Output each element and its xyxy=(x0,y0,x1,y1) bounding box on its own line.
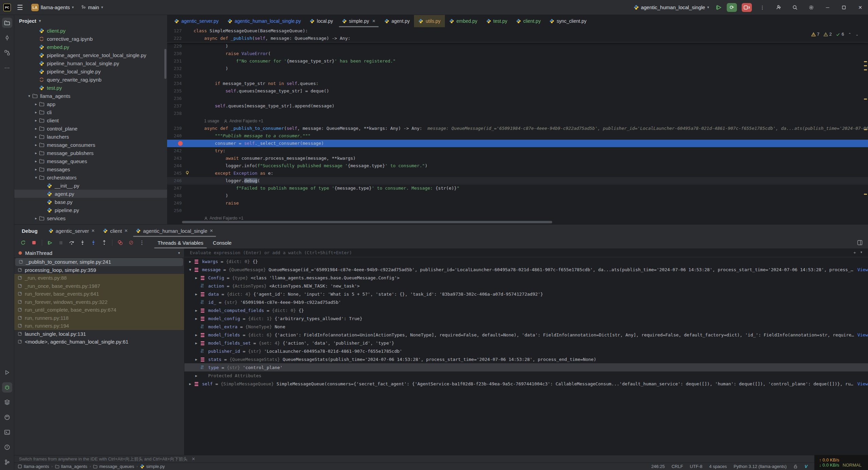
version-control-tool-icon[interactable] xyxy=(2,457,12,467)
add-user-icon[interactable] xyxy=(773,2,784,13)
close-button[interactable]: ✕ xyxy=(854,2,866,13)
tree-item-llama_agents[interactable]: ▾llama_agents xyxy=(14,92,167,100)
tree-item-embed.py[interactable]: embed.py xyxy=(14,43,167,51)
tree-item-test.py[interactable]: test.py xyxy=(14,84,167,92)
horizontal-scrollbar[interactable] xyxy=(182,221,552,223)
variable-row-kwargs[interactable]: ▶kwargs = {dict: 0} {} xyxy=(184,257,868,265)
tree-item-__init__.py[interactable]: __init__.py xyxy=(14,181,167,190)
line-number[interactable]: 233 xyxy=(174,72,182,80)
code-line-240[interactable]: 240 """Publish message to a consumer.""" xyxy=(167,132,868,140)
terminal-tool-icon[interactable] xyxy=(2,427,12,437)
tree-item-pipeline_human_local_single.py[interactable]: pipeline_human_local_single.py xyxy=(14,59,167,67)
chevron-right-icon[interactable]: ▸ xyxy=(33,110,39,115)
settings-gear-icon[interactable] xyxy=(806,2,817,13)
step-over-icon[interactable] xyxy=(67,238,76,247)
frame-item[interactable]: _publish_to_consumer, simple.py:241 xyxy=(15,258,183,266)
chevron-right-icon[interactable]: ▶ xyxy=(195,292,201,296)
variable-row-data[interactable]: ▶data = {dict: 4} {'agent_id': None, 'in… xyxy=(184,290,868,298)
view-link[interactable]: View xyxy=(857,267,868,272)
debug-view-tab-Threads & Variables[interactable]: Threads & Variables xyxy=(153,237,208,248)
tree-item-client.py[interactable]: client.py xyxy=(14,27,167,35)
tree-item-messages[interactable]: ▸messages xyxy=(14,165,167,173)
author-hint[interactable]: Andrei Fajardo +1 xyxy=(229,117,263,125)
next-problem-icon[interactable]: ⌃ xyxy=(855,31,858,38)
frame-item[interactable]: processing_loop, simple.py:359 xyxy=(14,266,184,274)
line-number[interactable]: 231 xyxy=(174,57,182,65)
line-ending[interactable]: CRLF xyxy=(671,464,683,469)
more-actions-icon[interactable]: ⋮ xyxy=(757,2,768,13)
variable-row-model_computed_fields[interactable]: ▶model_computed_fields = {dict: 0} {} xyxy=(184,306,868,314)
tree-item-message_publishers[interactable]: ▸message_publishers xyxy=(14,149,167,157)
watch-input[interactable]: Evaluate expression (Enter) or add a wat… xyxy=(184,248,868,257)
code-line-247[interactable]: 247 f"Failed to publish message of type … xyxy=(167,185,868,192)
debug-more-icon[interactable]: ⋮ xyxy=(137,238,147,247)
line-number[interactable]: 244 xyxy=(174,162,182,170)
line-number[interactable]: 247 xyxy=(174,185,182,192)
tree-item-base.py[interactable]: base.py xyxy=(14,198,167,206)
variable-row-stats[interactable]: ▶stats = {QueueMessageStats} QueueMessag… xyxy=(184,355,868,363)
chevron-right-icon[interactable]: ▶ xyxy=(189,260,195,263)
code-line-242[interactable]: 242 try: xyxy=(167,147,868,155)
view-breakpoints-icon[interactable] xyxy=(115,238,125,247)
code-line-237[interactable]: 237 self.queues[message_type_str].append… xyxy=(167,102,868,110)
usages-hint[interactable]: 1 usage xyxy=(204,117,219,125)
close-tab-icon[interactable]: ✕ xyxy=(210,228,213,233)
variable-row-message[interactable]: ▼message = {QueueMessage} QueueMessage(i… xyxy=(184,265,868,274)
chevron-down-icon[interactable]: ▾ xyxy=(33,175,39,180)
encoding[interactable]: UTF-8 xyxy=(690,464,702,469)
breakpoint-icon[interactable] xyxy=(178,141,183,146)
variable-row-type[interactable]: 1001type = {str} 'control_plane' xyxy=(184,363,868,371)
tree-item-pipeline_local_single.py[interactable]: pipeline_local_single.py xyxy=(14,67,167,75)
breadcrumb-item-message_queues[interactable]: message_queues xyxy=(93,464,134,469)
breadcrumb-item-llama_agents[interactable]: llama_agents xyxy=(55,464,87,469)
resume-icon[interactable] xyxy=(45,238,55,247)
variable-row-Config[interactable]: ▶Config = {type} <class 'llama_agents.me… xyxy=(184,274,868,282)
more-tools-icon[interactable]: ⋯ xyxy=(2,63,12,73)
line-number[interactable]: 245 xyxy=(174,170,182,177)
view-link[interactable]: View xyxy=(857,332,868,337)
view-link[interactable]: View xyxy=(857,381,868,386)
line-number[interactable]: 222 xyxy=(174,35,182,42)
code-line-127[interactable]: 127class SimpleMessageQueue(BaseMessageQ… xyxy=(167,27,868,35)
chevron-right-icon[interactable]: ▸ xyxy=(33,159,39,163)
tree-item-agent.py[interactable]: agent.py xyxy=(14,190,167,198)
line-number[interactable]: 240 xyxy=(174,132,182,140)
editor-tab-local.py[interactable]: local.py xyxy=(305,15,337,27)
editor-tab-test.py[interactable]: test.py xyxy=(482,15,512,27)
editor-tab-simple.py[interactable]: simple.py✕ xyxy=(338,15,380,27)
close-tab-icon[interactable]: ✕ xyxy=(91,228,95,233)
minimize-button[interactable]: ─ xyxy=(822,2,833,13)
tree-item-cli[interactable]: ▸cli xyxy=(14,108,167,116)
tree-item-pipeline.py[interactable]: pipeline.py xyxy=(14,206,167,214)
line-number[interactable]: 234 xyxy=(174,80,182,87)
tree-item-pipeline_agent_service_tool_local_single.py[interactable]: pipeline_agent_service_tool_local_single… xyxy=(14,51,167,59)
variable-row-model_config[interactable]: ▶model_config = {dict: 1} {'arbitrary_ty… xyxy=(184,314,868,323)
stop-icon[interactable] xyxy=(29,238,39,247)
code-line-232[interactable]: 232 ) xyxy=(167,65,868,72)
commit-tool-icon[interactable] xyxy=(2,33,12,43)
tree-item-services[interactable]: ▸services xyxy=(14,214,167,222)
code-line-246[interactable]: 246 logger.debug( xyxy=(167,177,868,185)
breadcrumb-item-simple.py[interactable]: simple.py xyxy=(140,464,165,469)
variable-row-action[interactable]: 1001action = {ActionTypes} <ActionTypes.… xyxy=(184,282,868,290)
force-step-into-icon[interactable] xyxy=(89,238,98,247)
step-into-icon[interactable] xyxy=(78,238,87,247)
line-number[interactable]: 235 xyxy=(174,87,182,95)
code-line-238[interactable]: 238 xyxy=(167,110,868,117)
code-line-248[interactable]: 248 ) xyxy=(167,192,868,199)
tree-item-query_rewrite_rag.ipynb[interactable]: query_rewrite_rag.ipynb xyxy=(14,75,167,84)
debug-session-tab-agentic_server[interactable]: agentic_server✕ xyxy=(45,225,98,237)
chevron-right-icon[interactable]: ▶ xyxy=(195,317,201,320)
tree-item-orchestrators[interactable]: ▾orchestrators xyxy=(14,173,167,181)
step-out-icon[interactable] xyxy=(100,238,109,247)
line-number[interactable]: 236 xyxy=(174,95,182,102)
debug-session-tab-agentic_human_local_single[interactable]: agentic_human_local_single✕ xyxy=(132,225,216,237)
line-number[interactable]: 248 xyxy=(174,192,182,199)
inspections-widget[interactable]: 7 2 6 ⌃ ⌃ xyxy=(809,30,861,39)
frame-item[interactable]: run_until_complete, base_events.py:674 xyxy=(14,306,184,314)
code-line-244[interactable]: 244 logger.info(f"Successfully published… xyxy=(167,162,868,170)
debug-tool-icon[interactable] xyxy=(2,382,12,393)
add-watch-icon[interactable]: ＋ xyxy=(853,250,857,256)
indent-setting[interactable]: 4 spaces xyxy=(709,464,727,469)
chevron-down-icon[interactable]: ▼ xyxy=(189,268,195,272)
